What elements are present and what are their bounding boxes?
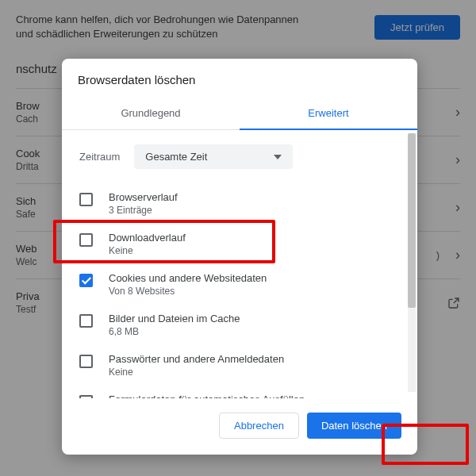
cancel-button[interactable]: Abbrechen: [219, 413, 299, 439]
option-row[interactable]: Cookies und andere Websitedaten Von 8 We…: [78, 264, 401, 305]
option-label: Browserverlauf: [109, 191, 178, 203]
option-row[interactable]: Passwörter und andere Anmeldedaten Keine: [78, 345, 401, 386]
option-sub: 6,8 MB: [109, 326, 240, 337]
option-row[interactable]: Browserverlauf 3 Einträge: [78, 183, 401, 224]
option-sub: Von 8 Websites: [109, 286, 267, 297]
option-label: Bilder und Dateien im Cache: [109, 313, 240, 324]
scrollbar-thumb[interactable]: [408, 133, 416, 308]
tab-advanced[interactable]: Erweitert: [240, 98, 417, 130]
dialog-title: Browserdaten löschen: [62, 59, 417, 98]
time-range-select[interactable]: Gesamte Zeit: [134, 144, 293, 169]
option-row[interactable]: Formulardaten für automatisches Ausfülle…: [78, 386, 401, 398]
tab-basic[interactable]: Grundlegend: [62, 98, 240, 129]
option-sub: Keine: [109, 245, 186, 256]
option-row[interactable]: Downloadverlauf Keine: [78, 224, 401, 264]
option-sub: Keine: [109, 367, 284, 378]
checkbox[interactable]: [79, 314, 93, 328]
checkbox[interactable]: [79, 395, 93, 398]
checkbox[interactable]: [79, 233, 93, 247]
option-row[interactable]: Bilder und Dateien im Cache 6,8 MB: [78, 305, 401, 345]
checkbox[interactable]: [79, 193, 93, 206]
delete-data-button[interactable]: Daten löschen: [307, 413, 401, 439]
option-label: Cookies und andere Websitedaten: [109, 272, 267, 284]
option-label: Formulardaten für automatisches Ausfülle…: [109, 393, 305, 398]
option-label: Downloadverlauf: [109, 232, 186, 244]
time-range-label: Zeitraum: [79, 151, 120, 163]
checkbox-checked[interactable]: [79, 274, 93, 287]
clear-data-dialog: Browserdaten löschen Grundlegend Erweite…: [62, 59, 417, 455]
option-label: Passwörter und andere Anmeldedaten: [109, 353, 284, 365]
checkbox[interactable]: [79, 355, 93, 368]
time-range-value: Gesamte Zeit: [145, 151, 207, 163]
option-sub: 3 Einträge: [109, 205, 178, 216]
triangle-down-icon: [274, 155, 282, 159]
